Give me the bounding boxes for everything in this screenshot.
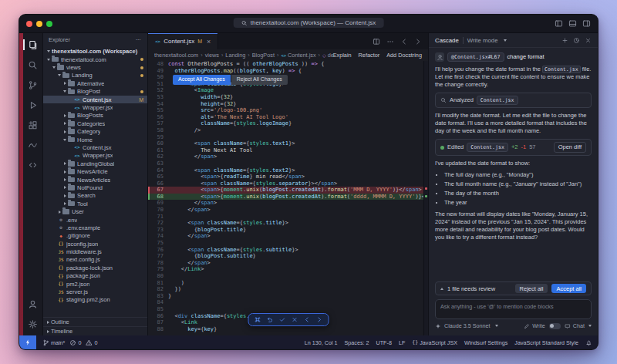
code-line[interactable]: 72 <span className={styles.title}> [148, 220, 428, 227]
code-line[interactable]: 74 </span> [148, 233, 428, 240]
breadcrumb-item[interactable]: thenextaitool.com [154, 52, 198, 59]
code-line[interactable]: 49 otherBlogPosts.map((blogPost, key) =>… [148, 68, 428, 75]
code-line[interactable]: 62 </span> [148, 153, 428, 160]
code-line[interactable]: 58 /> [148, 127, 428, 134]
code-line[interactable]: 48const OtherBlogPosts = (( otherBlogPos… [148, 61, 428, 68]
cascade-mode-label[interactable]: Write mode [463, 37, 498, 44]
new-chat-icon[interactable] [561, 37, 568, 44]
status-windsurf-settings[interactable]: Windsurf Settings [464, 339, 507, 346]
status-javascript-standard-style[interactable]: JavaScript Standard Style [514, 339, 578, 346]
code-line[interactable]: 54 height={32} [148, 101, 428, 108]
accept-all-changes-button[interactable]: Accept All Changes [173, 75, 231, 85]
close-window-button[interactable] [26, 21, 32, 27]
breadcrumb-item[interactable]: views [205, 52, 219, 59]
close-icon[interactable] [291, 316, 298, 323]
back-editor-icon[interactable] [400, 38, 408, 46]
code-line[interactable]: 71 [148, 214, 428, 221]
mention-pill[interactable]: @Content.jsx#L67 [447, 52, 504, 62]
code-line[interactable]: 53 width={32} [148, 94, 428, 101]
code-line[interactable]: 80 [148, 273, 428, 280]
tree-item-package-lock-json[interactable]: {}package-lock.json [43, 264, 147, 271]
back-icon[interactable] [303, 316, 310, 323]
model-selector[interactable]: Claude 3.5 Sonnet [444, 322, 491, 329]
status-utf-8[interactable]: UTF-8 [376, 339, 392, 346]
breadcrumb-item[interactable]: Content.jsx [281, 52, 315, 59]
code-line[interactable]: 73 {blogPost.title} [148, 227, 428, 234]
code-line[interactable]: 75 [148, 240, 428, 247]
mode-toggle[interactable] [549, 323, 561, 329]
section-outline[interactable]: Outline [43, 317, 147, 326]
code-line[interactable]: 61 The Next AI Tool [148, 147, 428, 154]
close-icon[interactable] [585, 37, 592, 44]
activity-explorer[interactable] [23, 39, 42, 51]
forward-icon[interactable] [315, 316, 322, 323]
code-line[interactable]: 56 alt='The Next AI Tool Logo' [148, 114, 428, 121]
code-line[interactable]: 88 key={key} [148, 326, 428, 333]
tree-item-blogpost[interactable]: BlogPost [43, 88, 147, 96]
code-line[interactable]: 52 <Image [148, 87, 428, 94]
code-line-removed[interactable]: 67 <span>{moment.unix(blogPost.createdAt… [148, 187, 428, 194]
tree-item-blogposts[interactable]: BlogPosts [43, 112, 147, 120]
activity-remote[interactable] [23, 159, 42, 171]
tree-item-newsarticle[interactable]: NewsArticle [43, 167, 147, 175]
chat-input[interactable]: Ask anything - use '@' to mention code b… [435, 299, 592, 319]
tree-item-wrapper-jsx[interactable]: <>Wrapper.jsx [43, 103, 147, 111]
workspace-root-row[interactable]: thenextaitool.com (Workspace) [43, 46, 147, 56]
code-line[interactable]: 55 src='/logo-100.png' [148, 107, 428, 114]
status-spaces-2[interactable]: Spaces: 2 [345, 339, 369, 346]
split-editor-icon[interactable] [373, 38, 380, 46]
code-line[interactable]: 63 [148, 160, 428, 167]
status-lf[interactable]: LF [399, 339, 405, 346]
tree-item-alternative[interactable]: Alternative [43, 79, 147, 87]
status-ln-130-col-1[interactable]: Ln 130, Col 1 [305, 339, 338, 346]
status-error[interactable]: 0 [69, 339, 81, 346]
codelens-add-docstring[interactable]: Add Docstring [386, 52, 422, 59]
tool-call-analyzed[interactable]: AnalyzedContent.jsx [435, 93, 592, 108]
code-line[interactable]: 57 className={styles.logoImage} [148, 120, 428, 127]
tree-item-category[interactable]: Category [43, 128, 147, 136]
layout-right-icon[interactable] [582, 19, 591, 28]
write-mode-label[interactable]: Write [532, 322, 545, 329]
tab-content-jsx[interactable]: Content.jsx M × [148, 33, 218, 49]
tree-item-middleware-js[interactable]: JSmiddleware.js [43, 248, 147, 255]
breadcrumb-item[interactable]: Landing [225, 52, 245, 59]
activity-run-debug[interactable] [23, 99, 42, 111]
codelens-refactor[interactable]: Refactor [359, 52, 380, 59]
code-editor[interactable]: 48const OtherBlogPosts = (( otherBlogPos… [148, 61, 428, 335]
tree-item-staging-pm2-json[interactable]: {}staging.pm2.json [43, 296, 147, 304]
code-line[interactable]: 85 [148, 306, 428, 313]
explorer-more-actions-icon[interactable]: ⋯ [136, 36, 143, 43]
remote-indicator[interactable] [19, 335, 36, 349]
tree-item-tool[interactable]: Tool [43, 200, 147, 207]
tree-item-content-jsx[interactable]: <>Content.jsx [43, 143, 147, 151]
activity-extensions[interactable] [23, 119, 42, 131]
activity-search[interactable] [23, 59, 42, 71]
more-editor-icon[interactable] [386, 38, 394, 46]
tree-item-home[interactable]: Home [43, 136, 147, 143]
code-line[interactable]: 66 <span className={styles.separator}></… [148, 180, 428, 187]
tree-item-thenextaitool-com[interactable]: thenextaitool.com [43, 56, 147, 63]
activity-cascade[interactable] [23, 139, 42, 151]
tool-call-edited[interactable]: EditedContent.jsx+2-157Open diff [435, 139, 592, 156]
undo-icon[interactable] [266, 316, 273, 323]
minimize-window-button[interactable] [36, 21, 42, 27]
section-timeline[interactable]: Timeline [43, 326, 147, 335]
code-line[interactable]: 69 </span> [148, 200, 428, 207]
layout-left-icon[interactable] [555, 19, 563, 28]
open-diff-button[interactable]: Open diff [554, 142, 586, 153]
code-line[interactable]: 79 </Link> [148, 266, 428, 273]
tree-item-pm2-json[interactable]: {}pm2.json [43, 280, 147, 288]
activity-account[interactable] [23, 298, 42, 310]
reject-all-button[interactable]: Reject all [515, 284, 548, 293]
tree-item--env[interactable]: ⚙.env [43, 216, 147, 224]
tree-item-next-config-js[interactable]: JSnext.config.js [43, 256, 147, 264]
activity-settings[interactable] [23, 318, 42, 330]
tree-item--gitignore[interactable]: ◆.gitignore [43, 232, 147, 240]
status-javascript-jsx[interactable]: {}JavaScript JSX [412, 339, 457, 346]
tree-item-wrapper-jsx[interactable]: <>Wrapper.jsx [43, 152, 147, 160]
tree-item-landing[interactable]: Landing [43, 72, 147, 79]
overview-ruler[interactable] [423, 61, 428, 335]
zoom-window-button[interactable] [46, 21, 52, 27]
code-line[interactable]: 81 ) [148, 280, 428, 287]
activity-source-control[interactable] [23, 79, 42, 91]
